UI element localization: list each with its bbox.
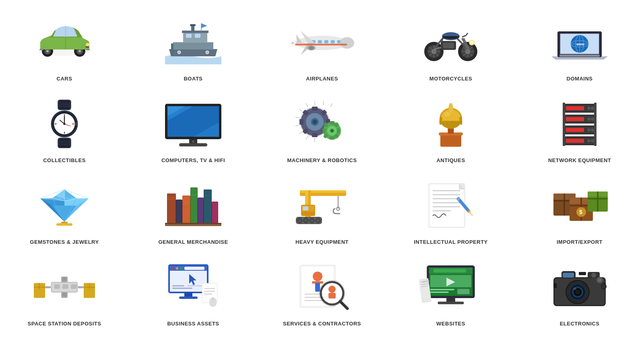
importexport-label: IMPORT/EXPORT xyxy=(557,239,603,245)
svg-rect-182 xyxy=(176,200,182,223)
svg-rect-188 xyxy=(198,198,203,223)
svg-rect-12 xyxy=(86,49,90,50)
svg-text:WWW: WWW xyxy=(576,43,584,46)
category-collectibles[interactable]: COLLECTIBLES xyxy=(0,90,129,171)
category-intellectual[interactable]: INTELLECTUAL PROPERTY xyxy=(386,171,515,253)
svg-rect-301 xyxy=(433,269,466,273)
svg-point-158 xyxy=(591,139,594,142)
business-icon xyxy=(161,261,225,313)
svg-line-100 xyxy=(295,125,299,126)
svg-rect-79 xyxy=(64,114,65,116)
svg-rect-141 xyxy=(566,106,584,110)
network-label: NETWORK EQUIPMENT xyxy=(548,157,611,163)
services-icon xyxy=(290,261,354,313)
svg-point-26 xyxy=(340,37,354,49)
svg-rect-9 xyxy=(86,46,89,48)
svg-point-138 xyxy=(444,112,450,116)
heavy-label: HEAVY EQUIPMENT xyxy=(295,239,349,245)
svg-rect-15 xyxy=(182,31,208,33)
svg-rect-123 xyxy=(322,128,326,133)
svg-rect-186 xyxy=(191,188,197,223)
svg-rect-30 xyxy=(330,40,335,43)
category-domains[interactable]: WWW DOMAINS xyxy=(515,8,644,90)
svg-rect-253 xyxy=(62,284,68,289)
category-importexport[interactable]: $ IMPORT/EXPORT xyxy=(515,171,644,253)
svg-rect-263 xyxy=(62,293,66,297)
svg-rect-159 xyxy=(563,103,565,146)
svg-point-268 xyxy=(176,267,178,270)
category-business[interactable]: BUSINESS ASSETS xyxy=(129,253,258,335)
category-electronics[interactable]: ELECTRONICS xyxy=(515,253,644,335)
svg-point-34 xyxy=(309,46,314,50)
machinery-icon xyxy=(290,98,354,150)
svg-point-8 xyxy=(86,43,90,46)
cars-label: CARS xyxy=(57,76,72,82)
websites-icon xyxy=(419,261,483,313)
svg-rect-318 xyxy=(579,272,586,275)
spacestation-icon xyxy=(32,261,97,313)
svg-rect-276 xyxy=(179,296,198,299)
category-spacestation[interactable]: SPACE STATION DEPOSITS xyxy=(0,253,129,335)
svg-rect-19 xyxy=(190,24,196,26)
svg-rect-11 xyxy=(39,49,43,50)
svg-rect-305 xyxy=(430,292,449,293)
svg-rect-86 xyxy=(75,122,77,125)
svg-point-118 xyxy=(312,119,317,124)
svg-rect-272 xyxy=(172,285,184,286)
svg-point-95 xyxy=(192,140,194,143)
svg-line-297 xyxy=(340,301,347,309)
category-cars[interactable]: CARS xyxy=(0,8,129,90)
category-airplanes[interactable]: AIRPLANES xyxy=(258,8,386,90)
category-boats[interactable]: BOATS xyxy=(129,8,258,90)
svg-rect-124 xyxy=(336,128,340,133)
merchandise-icon xyxy=(161,179,225,232)
websites-label: WEBSITES xyxy=(436,321,465,327)
svg-point-213 xyxy=(304,219,308,222)
svg-rect-81 xyxy=(55,124,57,124)
category-websites[interactable]: WEBSITES xyxy=(386,253,515,335)
svg-rect-190 xyxy=(204,190,211,223)
category-network[interactable]: NETWORK EQUIPMENT xyxy=(515,90,644,171)
svg-rect-156 xyxy=(566,139,584,143)
svg-point-335 xyxy=(602,284,606,288)
svg-point-23 xyxy=(206,51,209,54)
svg-point-267 xyxy=(172,267,174,270)
svg-rect-122 xyxy=(330,136,334,140)
category-merchandise[interactable]: GENERAL MERCHANDISE xyxy=(129,171,258,253)
category-antiques[interactable]: ANTIQUES xyxy=(386,90,515,171)
category-motorcycles[interactable]: MOTORCYCLES xyxy=(386,8,515,90)
category-machinery[interactable]: MACHINERY & ROBOTICS xyxy=(258,90,386,171)
domains-label: DOMAINS xyxy=(567,76,593,82)
svg-point-285 xyxy=(313,272,322,281)
svg-rect-64 xyxy=(559,55,600,57)
svg-rect-304 xyxy=(430,289,454,290)
svg-rect-13 xyxy=(173,42,213,49)
category-gemstones[interactable]: GEMSTONES & JEWELRY xyxy=(0,171,129,253)
svg-point-211 xyxy=(298,219,301,222)
machinery-label: MACHINERY & ROBOTICS xyxy=(287,157,357,163)
svg-line-99 xyxy=(295,117,299,118)
svg-rect-261 xyxy=(62,277,66,281)
electronics-icon xyxy=(547,261,612,313)
gemstones-icon xyxy=(32,179,97,232)
svg-rect-255 xyxy=(78,286,84,288)
svg-point-152 xyxy=(587,128,590,132)
svg-point-147 xyxy=(587,117,590,121)
svg-point-330 xyxy=(598,278,602,282)
antiques-icon xyxy=(419,98,483,150)
category-services[interactable]: SERVICES & CONTRACTORS xyxy=(258,253,386,335)
domains-icon: WWW xyxy=(547,16,612,68)
svg-rect-146 xyxy=(566,117,584,121)
svg-rect-252 xyxy=(54,284,60,289)
category-heavy[interactable]: HEAVY EQUIPMENT xyxy=(258,171,386,253)
category-computers[interactable]: COMPUTERS, TV & HIFI xyxy=(129,90,258,171)
svg-line-101 xyxy=(299,132,302,134)
svg-point-317 xyxy=(591,273,596,278)
svg-rect-17 xyxy=(195,34,200,38)
svg-line-105 xyxy=(330,103,332,107)
svg-point-217 xyxy=(316,219,320,222)
svg-point-142 xyxy=(587,107,590,110)
svg-point-269 xyxy=(180,267,182,270)
svg-point-137 xyxy=(448,103,453,113)
airplanes-label: AIRPLANES xyxy=(306,76,338,82)
